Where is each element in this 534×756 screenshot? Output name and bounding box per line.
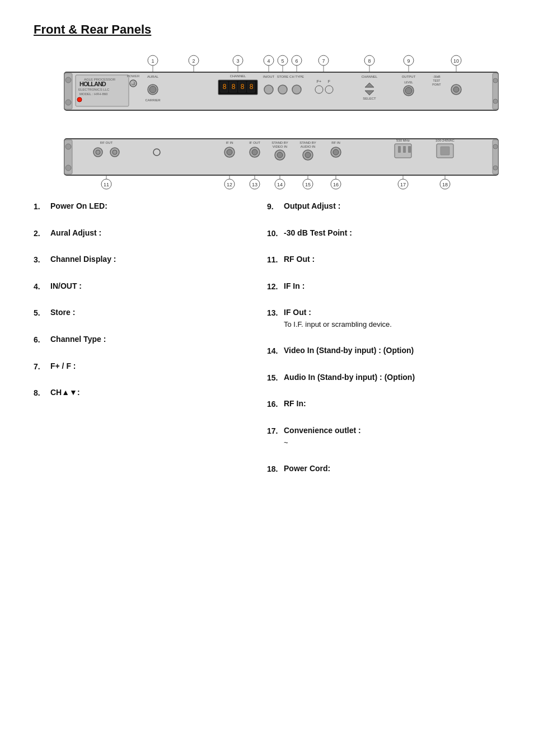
- svg-text:530 MHz: 530 MHz: [396, 139, 410, 142]
- svg-rect-120: [441, 147, 449, 155]
- svg-text:6: 6: [295, 58, 298, 64]
- svg-text:7: 7: [322, 58, 325, 64]
- list-item-7: 7. F+ / F :: [34, 361, 256, 372]
- list-item-6: 6. Channel Type :: [34, 334, 256, 345]
- svg-text:8: 8: [241, 83, 245, 91]
- svg-rect-117: [408, 146, 411, 153]
- svg-text:8: 8: [223, 83, 227, 91]
- svg-text:F: F: [328, 79, 330, 83]
- svg-point-79: [453, 87, 459, 92]
- item-text-4: IN/OUT :: [50, 281, 82, 292]
- page-title: Front & Rear Panels: [34, 22, 500, 37]
- svg-point-109: [305, 152, 311, 158]
- item-text-11: RF Out :: [284, 254, 315, 265]
- items-grid: 1. Power On LED: 2. Aural Adjust : 3. Ch…: [34, 201, 500, 490]
- list-item-12: 12. IF In :: [267, 281, 489, 292]
- svg-text:10: 10: [453, 58, 459, 64]
- list-item-9: 9. Output Adjust :: [267, 201, 489, 212]
- svg-text:HOLLAND: HOLLAND: [79, 81, 106, 87]
- svg-text:ELECTRONICS LLC: ELECTRONICS LLC: [78, 88, 110, 91]
- item-number-1: 1.: [34, 201, 50, 211]
- item-text-10: -30 dB Test Point :: [284, 228, 352, 239]
- rear-panel-diagram: RF OUT IF IN IF OUT STAND BY VIDEO IN ST…: [34, 123, 500, 195]
- svg-text:POWER: POWER: [127, 74, 140, 78]
- svg-point-112: [333, 149, 339, 155]
- item-number-17: 17.: [267, 425, 284, 435]
- list-item-17: 17. Convenience outlet : ~: [267, 425, 489, 448]
- svg-text:18: 18: [442, 182, 448, 187]
- svg-point-89: [493, 166, 498, 170]
- svg-text:3: 3: [236, 58, 239, 64]
- svg-text:RF IN: RF IN: [331, 141, 340, 144]
- svg-point-88: [493, 144, 498, 149]
- item-number-9: 9.: [267, 201, 284, 211]
- item-number-3: 3.: [34, 254, 50, 264]
- svg-text:STORE: STORE: [277, 75, 289, 78]
- svg-text:AURAL: AURAL: [147, 75, 159, 78]
- svg-text:4: 4: [267, 58, 270, 64]
- svg-point-62: [292, 85, 301, 94]
- svg-text:IF OUT: IF OUT: [249, 141, 260, 144]
- svg-text:100-240VAC: 100-240VAC: [435, 139, 455, 142]
- svg-text:IF IN: IF IN: [226, 141, 233, 144]
- item-text-5: Store :: [50, 307, 75, 318]
- list-col-left: 1. Power On LED: 2. Aural Adjust : 3. Ch…: [34, 201, 267, 490]
- item-number-2: 2.: [34, 228, 50, 238]
- list-item-15: 15. Audio In (Stand-by input) : (Option): [267, 372, 489, 383]
- list-item-3: 3. Channel Display :: [34, 254, 256, 265]
- item-number-12: 12.: [267, 281, 284, 291]
- item-subtext-17: ~: [284, 438, 361, 448]
- svg-rect-116: [403, 146, 406, 153]
- svg-text:TEST: TEST: [433, 79, 441, 82]
- svg-point-58: [264, 85, 273, 94]
- item-number-4: 4.: [34, 281, 50, 291]
- svg-point-42: [131, 81, 135, 86]
- svg-point-46: [149, 86, 156, 93]
- svg-text:13: 13: [252, 182, 257, 187]
- svg-point-98: [227, 149, 232, 155]
- item-number-16: 16.: [267, 398, 284, 408]
- svg-text:2: 2: [192, 58, 195, 64]
- svg-text:12: 12: [227, 182, 232, 187]
- item-text-12: IF In :: [284, 281, 305, 292]
- item-text-6: Channel Type :: [50, 334, 106, 345]
- list-item-2: 2. Aural Adjust :: [34, 228, 256, 239]
- item-text-8: CH▲▼:: [50, 387, 80, 398]
- item-number-10: 10.: [267, 228, 284, 238]
- svg-text:CARRIER: CARRIER: [145, 98, 161, 102]
- item-number-13: 13.: [267, 307, 284, 317]
- svg-text:15: 15: [305, 182, 311, 187]
- svg-text:IN/OUT: IN/OUT: [263, 75, 275, 78]
- item-number-15: 15.: [267, 372, 284, 382]
- svg-point-60: [278, 85, 287, 94]
- list-col-right: 9. Output Adjust : 10. -30 dB Test Point…: [267, 201, 500, 490]
- list-item-8: 8. CH▲▼:: [34, 387, 256, 398]
- svg-text:F+: F+: [317, 79, 321, 83]
- svg-point-101: [252, 149, 257, 155]
- svg-text:8: 8: [232, 83, 236, 91]
- svg-text:5: 5: [281, 58, 284, 64]
- svg-text:CHANNEL: CHANNEL: [362, 75, 378, 78]
- svg-text:AUDIO IN: AUDIO IN: [301, 145, 316, 148]
- item-text-15: Audio In (Stand-by input) : (Option): [284, 372, 415, 383]
- svg-text:17: 17: [400, 182, 406, 187]
- svg-point-82: [493, 99, 498, 104]
- svg-text:POINT: POINT: [432, 83, 441, 86]
- svg-point-33: [65, 100, 71, 105]
- svg-point-105: [277, 152, 283, 158]
- item-text-1: Power On LED:: [50, 201, 107, 212]
- item-text-2: Aural Adjust :: [50, 228, 101, 239]
- list-item-16: 16. RF In:: [267, 398, 489, 410]
- item-text-18: Power Cord:: [284, 463, 330, 475]
- item-text-17: Convenience outlet : ~: [284, 425, 361, 448]
- svg-text:11: 11: [104, 182, 109, 187]
- svg-text:LEVEL: LEVEL: [404, 81, 413, 84]
- item-text-3: Channel Display :: [50, 254, 116, 265]
- list-item-4: 4. IN/OUT :: [34, 281, 256, 292]
- item-subtext-13: To I.F. input or scrambling device.: [284, 320, 392, 330]
- svg-text:OUTPUT: OUTPUT: [402, 75, 416, 78]
- svg-text:CH TYPE: CH TYPE: [289, 75, 304, 78]
- svg-text:8: 8: [368, 58, 371, 64]
- svg-text:VIDEO IN: VIDEO IN: [273, 145, 287, 148]
- list-item-14: 14. Video In (Stand-by input) : (Option): [267, 345, 489, 356]
